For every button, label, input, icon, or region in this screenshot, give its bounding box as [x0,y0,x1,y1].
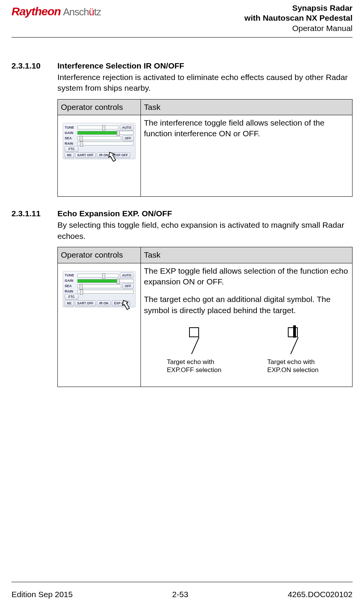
echo-on-symbol [293,325,296,338]
task-text-2: The target echo got an additional digita… [144,294,349,316]
section-exp: 2.3.1.11 Echo Expansion EXP. ON/OFF By s… [11,208,353,387]
pointer-arrow-icon [106,151,119,164]
panel-btn-m2: M2 [65,300,74,306]
section-body: Interference Selection IR ON/OFF Interfe… [57,60,353,197]
td-task: The interference toggle field allows sel… [141,115,353,197]
panel-btn-off: OFF [122,136,134,141]
section-number: 2.3.1.10 [11,60,57,197]
table-header-row: Operator controls Task [58,247,353,263]
panel-label-rain: RAIN [65,141,76,146]
echo-diagram: Target echo with EXP.OFF selection Targe… [144,323,349,378]
panel-label-tune: TUNE [65,125,76,130]
th-task: Task [141,247,353,263]
table-header-row: Operator controls Task [58,99,353,115]
svg-marker-1 [121,299,131,310]
panel-btn-ftc: FTC [65,294,78,300]
panel-btn-sartoff: SART OFF [75,152,96,158]
footer-divider [11,582,353,582]
task-text: The interference toggle field allows sel… [144,118,349,139]
td-controls: TUNEAUTO GAIN SEAOFF RAIN FTC M2 SART OF… [58,115,141,197]
logo-sub: Anschütz [63,6,101,18]
callout-line [191,337,199,354]
footer-edition: Edition Sep 2015 [11,589,73,600]
panel-btn-auto: AUTO [120,125,134,131]
logo-sub-b: tz [94,6,101,18]
target-echo-off-icon [189,327,199,337]
operator-table: Operator controls Task TUNEAUTO GAIN SEA… [57,247,353,387]
header-divider [11,37,353,38]
page-header: RaytheonAnschütz Synapsis Radar with Nau… [11,0,353,33]
panel-btn-sartoff: SART OFF [75,300,96,306]
section-heading: Interference Selection IR ON/OFF [57,60,353,71]
target-echo-on-icon [288,327,298,337]
footer-page-number: 2-53 [172,589,188,600]
echo-off-col: Target echo with EXP.OFF selection [167,327,221,374]
section-number: 2.3.1.11 [11,208,57,387]
section-heading: Echo Expansion EXP. ON/OFF [57,208,353,219]
panel-btn-m2: M2 [65,152,74,158]
svg-marker-0 [107,151,117,162]
radar-control-panel: TUNEAUTO GAIN SEAOFF RAIN FTC M2 SART OF… [63,271,135,307]
panel-label-tune: TUNE [65,273,76,278]
section-paragraph: Interference rejection is activated to e… [57,72,353,94]
panel-btn-off: OFF [122,283,134,289]
section-paragraph: By selecting this toggle field, echo exp… [57,220,353,242]
footer-doc-id: 4265.DOC020102 [288,589,353,600]
doc-title-line1: Synapsis Radar [245,3,353,13]
panel-btn-ftc: FTC [65,146,78,152]
th-controls: Operator controls [58,247,141,263]
panel-label-gain: GAIN [65,278,76,283]
radar-control-panel: TUNEAUTO GAIN SEAOFF RAIN FTC M2 SART OF… [63,123,135,159]
td-task: The EXP toggle field allows selection of… [141,263,353,387]
callout-line [290,337,298,354]
logo-sub-a: Ansch [63,6,89,18]
section-body: Echo Expansion EXP. ON/OFF By selecting … [57,208,353,387]
doc-title-line3: Operator Manual [245,23,353,33]
task-text-1: The EXP toggle field allows selection of… [144,266,349,287]
logo-main: Raytheon [11,5,61,18]
panel-label-rain: RAIN [65,289,76,294]
section-ir: 2.3.1.10 Interference Selection IR ON/OF… [11,60,353,197]
echo-off-label: Target echo with EXP.OFF selection [167,358,221,374]
panel-btn-auto: AUTO [120,273,134,278]
brand-logo: RaytheonAnschütz [11,3,101,20]
echo-on-col: Target echo with EXP.ON selection [267,327,318,374]
th-task: Task [141,99,353,115]
table-row: TUNEAUTO GAIN SEAOFF RAIN FTC M2 SART OF… [58,263,353,387]
panel-label-sea: SEA [65,136,76,140]
document-title-block: Synapsis Radar with Nautoscan NX Pedesta… [245,3,353,33]
pointer-arrow-icon [120,299,133,312]
panel-btn-iron: IR ON [97,300,111,306]
echo-on-label: Target echo with EXP.ON selection [267,358,318,374]
doc-title-line2: with Nautoscan NX Pedestal [245,13,353,23]
page-footer: Edition Sep 2015 2-53 4265.DOC020102 [11,589,353,600]
panel-label-gain: GAIN [65,131,76,135]
operator-table: Operator controls Task TUNEAUTO GAIN SEA… [57,99,353,197]
logo-sub-accent: ü [89,6,94,18]
table-row: TUNEAUTO GAIN SEAOFF RAIN FTC M2 SART OF… [58,115,353,197]
td-controls: TUNEAUTO GAIN SEAOFF RAIN FTC M2 SART OF… [58,263,141,387]
page: RaytheonAnschütz Synapsis Radar with Nau… [0,0,364,609]
panel-label-sea: SEA [65,284,76,288]
th-controls: Operator controls [58,99,141,115]
